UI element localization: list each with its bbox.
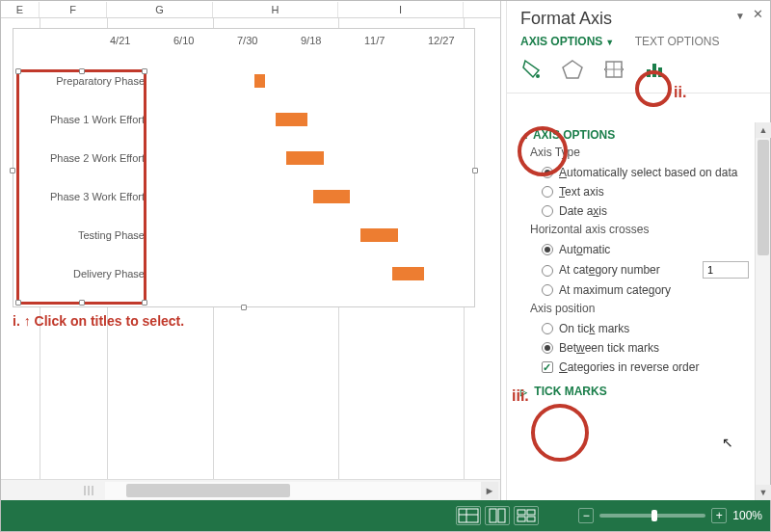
check-reverse-order[interactable]: Categories in reverse order xyxy=(542,359,755,375)
svg-point-0 xyxy=(536,74,540,78)
gantt-bar[interactable] xyxy=(286,151,324,165)
view-normal-button[interactable] xyxy=(456,506,481,525)
svg-rect-13 xyxy=(518,517,525,521)
radio-hcross-at-max[interactable]: At maximum category xyxy=(542,282,755,298)
hcross-category-input[interactable] xyxy=(703,261,749,279)
gantt-bar[interactable] xyxy=(254,74,265,88)
scroll-thumb[interactable] xyxy=(758,140,769,255)
svg-rect-12 xyxy=(527,510,535,515)
format-axis-pane: Format Axis ▼ ✕ AXIS OPTIONS▼ TEXT OPTIO… xyxy=(506,1,770,500)
svg-rect-14 xyxy=(527,517,535,521)
x-tick-label: 9/18 xyxy=(301,35,321,46)
effects-icon[interactable] xyxy=(561,58,590,83)
pane-dropdown-icon[interactable]: ▼ xyxy=(735,11,745,21)
gantt-bar[interactable] xyxy=(276,113,307,126)
column-header-E[interactable]: E xyxy=(1,2,40,17)
annotation-i: i. ↑ Click on titles to select. xyxy=(13,313,184,329)
annotation-iii: iii. xyxy=(512,387,529,405)
hscroll-thumb[interactable] xyxy=(126,484,290,497)
tab-axis-options[interactable]: AXIS OPTIONS▼ xyxy=(520,35,614,48)
svg-marker-1 xyxy=(563,61,582,78)
svg-rect-4 xyxy=(652,64,656,77)
axis-type-label: Axis Type xyxy=(530,146,755,159)
axis-position-label: Axis position xyxy=(530,302,755,315)
section-axis-options[interactable]: ▲AXIS OPTIONS xyxy=(520,128,755,142)
radio-axis-type-text[interactable]: Text axis xyxy=(542,184,755,200)
pane-vertical-scrollbar[interactable]: ▲ ▼ xyxy=(755,122,770,500)
column-header-F[interactable]: F xyxy=(40,2,107,17)
x-tick-label: 11/7 xyxy=(364,35,385,46)
gantt-bar[interactable] xyxy=(360,228,398,242)
svg-rect-5 xyxy=(658,67,662,77)
sheet-horizontal-scrollbar[interactable]: ◄ ► xyxy=(1,479,500,500)
section-tick-marks[interactable]: ▷ TICK MARKS xyxy=(520,385,755,398)
axis-options-icon[interactable] xyxy=(643,58,672,83)
svg-rect-10 xyxy=(498,509,505,522)
radio-axis-type-date[interactable]: Date axis xyxy=(542,203,755,219)
gantt-bar[interactable] xyxy=(392,267,424,280)
tab-text-options[interactable]: TEXT OPTIONS xyxy=(635,35,720,48)
view-page-break-button[interactable] xyxy=(514,506,539,525)
radio-hcross-at-category[interactable]: At category number xyxy=(542,261,755,279)
column-header-I[interactable]: I xyxy=(338,2,464,17)
column-header-H[interactable]: H xyxy=(213,2,338,17)
zoom-slider[interactable] xyxy=(599,514,705,518)
zoom-out-button[interactable]: − xyxy=(578,508,594,523)
radio-axis-type-auto[interactable]: Automatically select based on data xyxy=(542,165,755,180)
status-bar: − + 100% xyxy=(1,500,770,531)
column-header-strip: EFGHI xyxy=(1,1,500,18)
fill-line-icon[interactable] xyxy=(520,58,549,83)
radio-pos-on-tick[interactable]: On tick marks xyxy=(542,321,755,336)
h-crosses-label: Horizontal axis crosses xyxy=(530,223,755,236)
radio-pos-between-tick[interactable]: Between tick marks xyxy=(542,340,755,356)
svg-rect-9 xyxy=(490,509,496,522)
svg-rect-11 xyxy=(518,510,525,515)
size-properties-icon[interactable] xyxy=(602,58,631,83)
scroll-down-icon[interactable]: ▼ xyxy=(756,485,771,500)
zoom-controls: − + 100% xyxy=(578,506,762,525)
annotation-ii: ii. xyxy=(674,84,686,101)
scroll-right-icon[interactable]: ► xyxy=(481,482,498,499)
svg-rect-3 xyxy=(647,69,651,77)
close-icon[interactable]: ✕ xyxy=(751,7,764,20)
sheet-tab-splitter[interactable] xyxy=(7,484,93,497)
column-header-G[interactable]: G xyxy=(107,2,213,17)
x-tick-label: 6/10 xyxy=(173,35,194,46)
x-tick-label: 4/21 xyxy=(110,35,130,46)
radio-hcross-auto[interactable]: Automatic xyxy=(542,242,755,257)
zoom-in-button[interactable]: + xyxy=(711,508,727,523)
svg-rect-6 xyxy=(459,509,478,522)
annotation-titles-highlight xyxy=(16,69,146,305)
gantt-bar[interactable] xyxy=(313,190,351,203)
x-tick-label: 7/30 xyxy=(237,35,257,46)
x-tick-label: 12/27 xyxy=(428,35,455,46)
pane-title: Format Axis xyxy=(520,9,612,28)
zoom-percent[interactable]: 100% xyxy=(732,509,762,522)
view-page-layout-button[interactable] xyxy=(485,506,510,525)
gantt-chart[interactable]: 4/216/107/309/1811/712/27Preparatory Pha… xyxy=(13,28,475,307)
scroll-up-icon[interactable]: ▲ xyxy=(756,122,771,138)
